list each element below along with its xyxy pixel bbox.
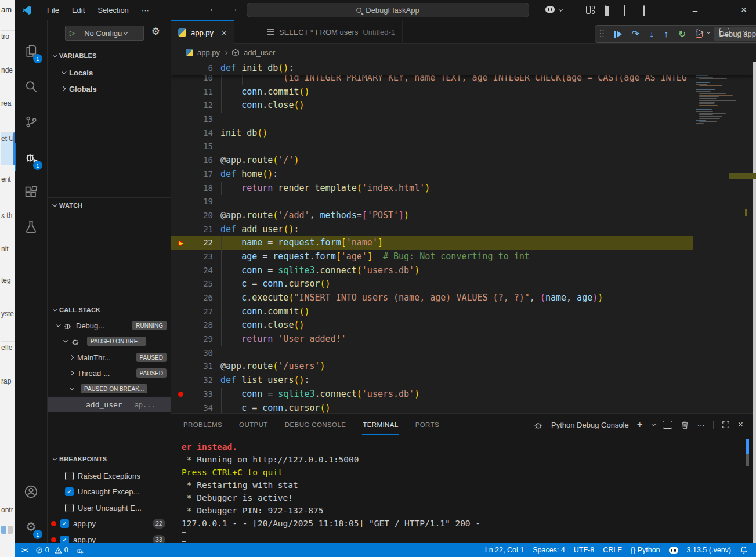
maximize-button[interactable] [707, 0, 732, 20]
breakpoint-row[interactable]: ✓app.py22 [48, 516, 171, 530]
copilot-menu[interactable] [545, 6, 562, 13]
close-panel-icon[interactable]: × [738, 419, 743, 430]
toggle-panel-button[interactable] [624, 6, 625, 16]
terminal-profile-label[interactable]: Python Debug Console [551, 421, 629, 429]
call-stack-section-header[interactable]: CALL STACK [48, 303, 171, 316]
kill-terminal-trash-icon[interactable] [681, 421, 689, 429]
new-terminal-button[interactable]: + [637, 419, 643, 431]
settings-gear-button[interactable]: ⚙ 1 [15, 512, 48, 540]
more-actions-icon[interactable]: ··· [739, 27, 748, 37]
command-center-search[interactable]: DebugFlaskApp [247, 3, 529, 17]
code-line-11[interactable]: 11 conn.commit() [171, 85, 753, 99]
notifications-bell-icon[interactable] [740, 546, 748, 554]
sidebar-item-run-debug[interactable]: 1 [15, 143, 48, 171]
terminal-output[interactable]: er instead. * Running on http://127.0.0.… [182, 440, 480, 542]
breakpoint-checkbox[interactable]: ✓ [60, 519, 69, 528]
code-line-22[interactable]: ▶22 name = request.form['name'] [171, 236, 753, 250]
sidebar-item-search[interactable] [15, 73, 48, 100]
breakpoint-row[interactable]: Raised Exceptions [48, 469, 171, 483]
minimize-button[interactable]: – [683, 0, 707, 20]
sticky-line[interactable]: 6def init_db(): [171, 62, 753, 75]
watch-section-header[interactable]: WATCH [48, 199, 171, 212]
breakpoints-section-header[interactable]: BREAKPOINTS [48, 453, 171, 465]
tab-app-py[interactable]: app.py × [171, 20, 234, 44]
code-line-23[interactable]: 23 age = request.form['age'] # Bug: Not … [171, 250, 753, 264]
toggle-secondary-sidebar-button[interactable] [643, 6, 645, 16]
panel-tab-debug-console[interactable]: DEBUG CONSOLE [284, 415, 347, 434]
breakpoint-checkbox[interactable]: ✓ [65, 487, 74, 496]
menu-item-[interactable]: ··· [135, 6, 155, 15]
debug-config-dropdown[interactable]: ▷ No Configu [65, 26, 144, 41]
code-line-20[interactable]: 20@app.route('/add', methods=['POST']) [171, 209, 753, 223]
call-stack-row[interactable]: add_userap... [48, 397, 171, 412]
code-line-21[interactable]: 21def add_user(): [171, 223, 753, 237]
status-item-5[interactable]: 3.13.5 (.venv) [687, 546, 731, 554]
breakpoint-row[interactable]: ✓Uncaught Excep... [48, 484, 171, 498]
code-line-15[interactable]: 15 [171, 140, 753, 154]
status-item-3[interactable]: CRLF [603, 546, 622, 554]
maximize-panel-icon[interactable] [722, 421, 730, 429]
sidebar-item-source-control[interactable] [15, 108, 48, 136]
code-line-27[interactable]: 27 conn.commit() [171, 305, 753, 319]
code-line-19[interactable]: 19 [171, 195, 753, 209]
close-icon[interactable]: × [222, 28, 227, 38]
drag-handle-icon[interactable] [600, 30, 604, 38]
code-line-29[interactable]: 29 return 'User added!' [171, 332, 753, 346]
call-stack-row[interactable]: MainThr...PAUSED [48, 350, 171, 364]
tab-untitled-sql[interactable]: SELECT * FROM users Untitled-1 [260, 20, 403, 44]
panel-tab-output[interactable]: OUTPUT [238, 415, 269, 434]
split-editor-icon[interactable] [719, 28, 729, 36]
variables-item-locals[interactable]: Locals [48, 66, 171, 79]
sidebar-item-extensions[interactable] [15, 178, 48, 206]
nav-forward-icon[interactable]: → [229, 3, 238, 14]
code-line-28[interactable]: 28 conn.close() [171, 319, 753, 332]
step-out-button[interactable]: ↑ [664, 30, 668, 39]
gutter-glyph[interactable]: ▶ [171, 236, 190, 250]
minimap[interactable] [693, 62, 748, 410]
breadcrumb-file[interactable]: app.py [197, 48, 220, 57]
status-item-0[interactable]: Ln 22, Col 1 [485, 546, 524, 554]
more-actions-icon[interactable]: ··· [697, 421, 705, 429]
breakpoint-checkbox[interactable] [65, 472, 74, 480]
code-line-17[interactable]: 17def home(): [171, 168, 753, 182]
step-over-button[interactable]: ↷ [632, 30, 639, 39]
call-stack-row[interactable]: Debug...RUNNING [48, 319, 171, 332]
toggle-primary-sidebar-button[interactable] [605, 6, 606, 16]
start-debug-icon[interactable]: ▷ [66, 29, 79, 37]
nav-back-icon[interactable]: ← [209, 3, 218, 14]
debug-settings-gear-icon[interactable]: ⚙ [151, 27, 160, 37]
chevron-down-icon[interactable] [651, 421, 656, 426]
status-item-4[interactable]: {} Python [631, 546, 660, 554]
menu-item-file[interactable]: File [41, 6, 66, 15]
call-stack-row[interactable]: Thread-...PAUSED [48, 366, 171, 380]
code-editor[interactable]: 6def init_db():10 (id INTEGER PRIMARY KE… [171, 62, 753, 413]
panel-tab-ports[interactable]: PORTS [415, 415, 440, 434]
sidebar-item-testing[interactable] [15, 213, 48, 241]
variables-section-header[interactable]: VARIABLES [48, 49, 171, 62]
code-line-18[interactable]: 18 return render_template('index.html') [171, 182, 753, 196]
close-button[interactable]: × [732, 0, 756, 20]
panel-tab-problems[interactable]: PROBLEMS [183, 415, 223, 434]
code-line-31[interactable]: 31@app.route('/users') [171, 360, 753, 374]
status-item-1[interactable]: Spaces: 4 [533, 546, 565, 554]
breakpoint-dot-icon[interactable] [178, 392, 183, 397]
restart-button[interactable]: ↻ [678, 30, 686, 39]
code-line-16[interactable]: 16@app.route('/') [171, 154, 753, 168]
breakpoint-checkbox[interactable] [65, 504, 74, 512]
code-line-32[interactable]: 32def list_users(): [171, 374, 753, 388]
code-line-13[interactable]: 13 [171, 113, 753, 126]
status-item-2[interactable]: UTF-8 [574, 546, 594, 554]
gutter-glyph[interactable] [171, 392, 190, 397]
code-line-12[interactable]: 12 conn.close() [171, 99, 753, 113]
debug-status-icon[interactable] [76, 546, 85, 555]
code-line-30[interactable]: 30 [171, 346, 753, 360]
code-line-10[interactable]: 10 (id INTEGER PRIMARY KEY, name TEXT, a… [171, 75, 753, 85]
remote-indicator[interactable]: >< [21, 547, 28, 554]
call-stack-row[interactable]: PAUSED ON BRE... [48, 334, 171, 348]
call-stack-row[interactable]: PAUSED ON BREAK... [48, 382, 171, 396]
menu-item-edit[interactable]: Edit [66, 6, 91, 15]
copilot-icon[interactable] [669, 547, 678, 554]
accounts-button[interactable] [15, 478, 48, 505]
step-into-button[interactable]: ↓ [649, 30, 654, 39]
problems-status[interactable]: 0 0 [35, 546, 68, 554]
